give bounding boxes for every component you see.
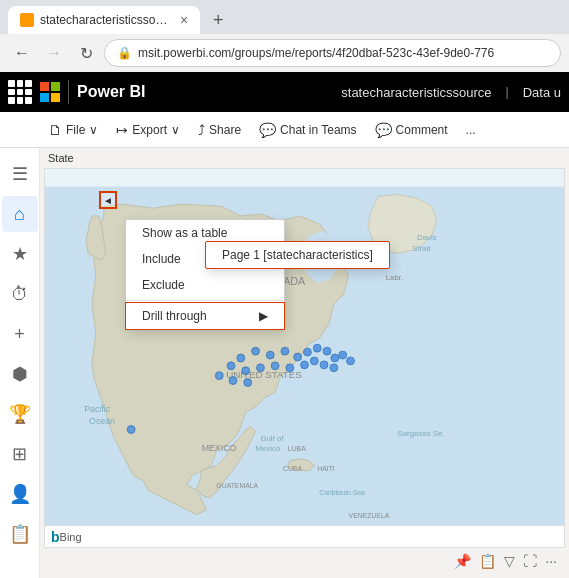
address-text: msit.powerbi.com/groups/me/reports/4f20d… [138, 46, 548, 60]
address-bar[interactable]: 🔒 msit.powerbi.com/groups/me/reports/4f2… [104, 39, 561, 67]
map-selection-box: ◄ [99, 191, 117, 209]
comment-button[interactable]: 💬 Comment [367, 118, 456, 142]
svg-point-40 [229, 377, 237, 385]
toolbar: 🗋 File ∨ ↦ Export ∨ ⤴ Share 💬 Chat in Te… [0, 112, 569, 148]
sidebar-favorites-icon[interactable]: ★ [2, 236, 38, 272]
export-icon: ↦ [116, 122, 128, 138]
active-tab[interactable]: statecharacteristicssource - Powe × [8, 6, 200, 34]
chat-in-teams-button[interactable]: 💬 Chat in Teams [251, 118, 364, 142]
file-label: File [66, 123, 85, 137]
new-tab-button[interactable]: + [204, 6, 232, 34]
tab-title: statecharacteristicssource - Powe [40, 13, 170, 27]
svg-point-19 [237, 354, 245, 362]
forward-button[interactable]: → [40, 39, 68, 67]
context-menu-exclude[interactable]: Exclude [126, 272, 284, 298]
svg-text:Caribbean Sea: Caribbean Sea [319, 489, 365, 496]
file-icon: 🗋 [48, 122, 62, 138]
svg-text:Pacific: Pacific [84, 404, 111, 414]
back-button[interactable]: ← [8, 39, 36, 67]
focus-mode-icon[interactable]: ⛶ [523, 553, 537, 569]
sidebar-workspaces-icon[interactable]: ⊞ [2, 436, 38, 472]
context-menu-drill-through[interactable]: Drill through ▶ [125, 302, 285, 330]
map-svg: CANADA UNITED STATES MEXICO Pacific Ocea… [45, 169, 564, 547]
sidebar-apps-icon[interactable]: ⬢ [2, 356, 38, 392]
reload-button[interactable]: ↻ [72, 39, 100, 67]
svg-point-38 [330, 364, 338, 372]
svg-point-33 [271, 362, 279, 370]
share-label: Share [209, 123, 241, 137]
context-menu: Show as a table Include Exclude Drill th… [125, 219, 285, 330]
tab-favicon [20, 13, 34, 27]
sidebar-menu-icon[interactable]: ☰ [2, 156, 38, 192]
sidebar-learn-icon[interactable]: 📋 [2, 516, 38, 552]
svg-point-36 [310, 357, 318, 365]
svg-text:MEXICO: MEXICO [202, 443, 237, 453]
share-button[interactable]: ⤴ Share [190, 118, 249, 142]
bottom-toolbar: 📌 📋 ▽ ⛶ ··· [44, 548, 565, 574]
map-attribution-bar: b Bing [45, 525, 564, 547]
copy-icon[interactable]: 📋 [479, 553, 496, 569]
svg-point-27 [331, 354, 339, 362]
more-visual-options-icon[interactable]: ··· [545, 553, 557, 569]
file-button[interactable]: 🗋 File ∨ [40, 118, 106, 142]
sidebar-home-icon[interactable]: ⌂ [2, 196, 38, 232]
chat-label: Chat in Teams [280, 123, 356, 137]
svg-point-42 [127, 426, 135, 434]
report-content: State CANADA UNITED STATES MEX [40, 148, 569, 578]
comment-label: Comment [396, 123, 448, 137]
more-options-button[interactable]: ... [458, 119, 484, 141]
svg-text:Labr.: Labr. [386, 273, 403, 282]
pbi-header: Power BI statecharacteristicssource | Da… [0, 72, 569, 112]
sidebar-create-icon[interactable]: + [2, 316, 38, 352]
svg-point-34 [286, 364, 294, 372]
svg-text:CUBA: CUBA [283, 465, 302, 472]
sidebar-recent-icon[interactable]: ⏱ [2, 276, 38, 312]
filter-icon[interactable]: ▽ [504, 553, 515, 569]
show-table-label: Show as a table [142, 226, 227, 240]
page1-label: Page 1 [statecharacteristics] [222, 248, 373, 262]
sidebar-metrics-icon[interactable]: 🏆 [2, 396, 38, 432]
sidebar-profile-icon[interactable]: 👤 [2, 476, 38, 512]
pin-visual-icon[interactable]: 📌 [454, 553, 471, 569]
map-container[interactable]: CANADA UNITED STATES MEXICO Pacific Ocea… [44, 168, 565, 548]
drill-through-label: Drill through [142, 309, 207, 323]
header-data-label: Data u [523, 85, 561, 100]
svg-text:Gulf of: Gulf of [260, 434, 284, 443]
drill-through-submenu: Page 1 [statecharacteristics] [205, 241, 390, 269]
svg-text:Ocean: Ocean [89, 416, 115, 426]
svg-text:LUBA: LUBA [288, 445, 306, 452]
svg-point-22 [281, 347, 289, 355]
svg-point-37 [320, 361, 328, 369]
svg-point-26 [323, 347, 331, 355]
exclude-label: Exclude [142, 278, 185, 292]
share-icon: ⤴ [198, 122, 205, 138]
svg-point-39 [215, 372, 223, 380]
svg-point-29 [347, 357, 355, 365]
header-product-title: Power BI [77, 83, 145, 101]
include-label: Include [142, 252, 181, 266]
svg-text:GUATEMALA: GUATEMALA [216, 482, 258, 489]
context-menu-separator [126, 300, 284, 301]
tab-close-btn[interactable]: × [180, 12, 188, 28]
svg-text:HAITI: HAITI [317, 465, 335, 472]
svg-point-23 [294, 353, 302, 361]
export-label: Export [132, 123, 167, 137]
header-report-name: statecharacteristicssource [341, 85, 491, 100]
selection-arrow-icon: ◄ [103, 195, 113, 206]
svg-point-32 [257, 364, 265, 372]
svg-point-35 [301, 361, 309, 369]
export-button[interactable]: ↦ Export ∨ [108, 118, 188, 142]
svg-point-30 [227, 362, 235, 370]
comment-icon: 💬 [375, 122, 392, 138]
drill-through-page1[interactable]: Page 1 [statecharacteristics] [206, 242, 389, 268]
waffle-menu-icon[interactable] [8, 80, 32, 104]
svg-text:VENEZUELA: VENEZUELA [349, 512, 390, 519]
drill-through-arrow-icon: ▶ [259, 309, 268, 323]
header-divider [68, 80, 69, 104]
teams-icon: 💬 [259, 122, 276, 138]
bing-text: Bing [60, 531, 82, 543]
lock-icon: 🔒 [117, 46, 132, 60]
left-sidebar: ☰ ⌂ ★ ⏱ + ⬢ 🏆 ⊞ 👤 📋 [0, 148, 40, 578]
export-chevron-icon: ∨ [171, 123, 180, 137]
svg-point-31 [242, 367, 250, 375]
